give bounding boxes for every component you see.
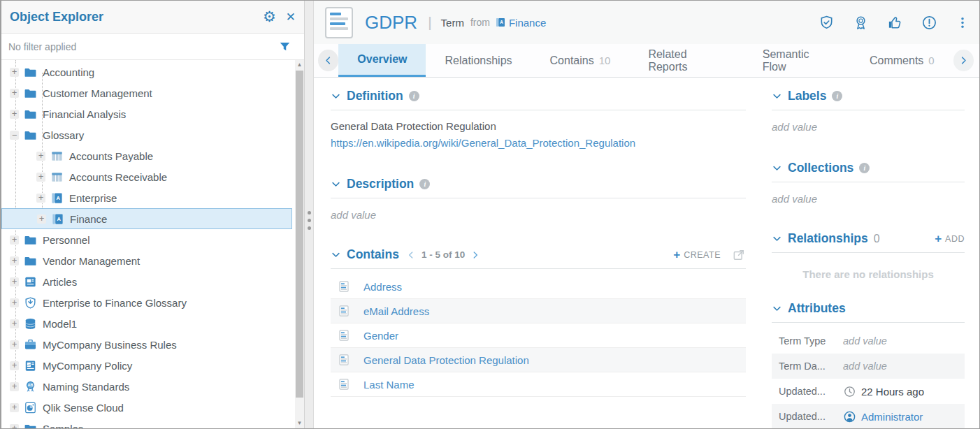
definition-text[interactable]: General Data Protection Regulation bbox=[331, 120, 746, 132]
definition-link[interactable]: https://en.wikipedia.org/wiki/General_Da… bbox=[331, 137, 746, 149]
expander-icon[interactable]: + bbox=[10, 424, 19, 429]
page-previous-icon[interactable] bbox=[406, 250, 416, 260]
tree-item-customer-management[interactable]: +Customer Management bbox=[1, 82, 295, 103]
attribute-row-term-data[interactable]: Term Da... add value bbox=[772, 354, 965, 379]
tree-item-model1[interactable]: +Model1 bbox=[1, 313, 295, 334]
chevron-down-icon[interactable] bbox=[331, 179, 341, 189]
chevron-down-icon[interactable] bbox=[772, 163, 782, 173]
scroll-up-icon[interactable]: ▲ bbox=[295, 60, 304, 70]
tree-item-finance-selected[interactable]: +Finance bbox=[1, 208, 292, 229]
close-icon[interactable]: ✕ bbox=[286, 10, 296, 24]
main-column: Definition i General Data Protection Reg… bbox=[331, 78, 746, 428]
tab-relationships[interactable]: Relationships bbox=[426, 44, 531, 77]
tab-semantic-flow[interactable]: Semantic Flow bbox=[744, 44, 851, 77]
expander-icon[interactable]: + bbox=[10, 110, 19, 119]
info-icon[interactable]: i bbox=[419, 179, 430, 189]
tree-item-accounts-receivable[interactable]: +Accounts Receivable bbox=[1, 166, 295, 187]
tab-bar: Overview Relationships Contains10 Relate… bbox=[314, 44, 979, 78]
expander-icon[interactable]: + bbox=[10, 68, 19, 77]
expander-icon[interactable]: + bbox=[10, 235, 19, 245]
contains-item-gender[interactable]: Gender bbox=[331, 323, 746, 348]
attribute-placeholder[interactable]: add value bbox=[843, 361, 887, 372]
page-range-text: 1 - 5 of 10 bbox=[421, 249, 465, 260]
clock-icon bbox=[843, 385, 856, 398]
attribute-value[interactable]: Administrator bbox=[861, 411, 923, 423]
tabs-scroll-left-button[interactable] bbox=[318, 50, 338, 71]
filter-funnel-icon[interactable] bbox=[278, 40, 291, 54]
chevron-down-icon[interactable] bbox=[772, 303, 782, 314]
scrollbar-thumb[interactable] bbox=[296, 71, 303, 398]
expander-icon[interactable]: + bbox=[36, 152, 45, 161]
tab-contains[interactable]: Contains10 bbox=[531, 44, 630, 77]
origin-link[interactable]: Finance bbox=[509, 17, 546, 29]
info-icon[interactable]: i bbox=[859, 163, 870, 173]
chevron-down-icon[interactable] bbox=[331, 249, 341, 260]
certification-rosette-icon[interactable] bbox=[853, 15, 869, 31]
labels-placeholder[interactable]: add value bbox=[772, 121, 965, 133]
attribute-row-term-type[interactable]: Term Type add value bbox=[772, 328, 965, 354]
expander-icon[interactable]: + bbox=[10, 340, 19, 349]
panel-splitter[interactable] bbox=[304, 1, 314, 428]
tree-item-vendor-management[interactable]: +Vendor Management bbox=[1, 250, 295, 271]
expander-icon[interactable]: + bbox=[10, 277, 19, 286]
tab-related-reports[interactable]: Related Reports bbox=[629, 44, 743, 77]
tree-item-articles[interactable]: +Articles bbox=[1, 271, 295, 292]
open-in-window-icon[interactable] bbox=[732, 248, 746, 262]
filter-bar: No filter applied bbox=[1, 34, 304, 60]
tree-item-enterprise-to-finance-glossary[interactable]: +Enterprise to Finance Glossary bbox=[1, 292, 295, 313]
tree-item-samples[interactable]: +Samples bbox=[1, 418, 295, 428]
add-relationship-button[interactable]: + ADD bbox=[935, 232, 965, 246]
description-placeholder[interactable]: add value bbox=[331, 209, 746, 221]
tree-item-enterprise[interactable]: +Enterprise bbox=[1, 187, 295, 208]
expander-icon[interactable]: + bbox=[10, 319, 19, 328]
tree-item-financial-analysis[interactable]: +Financial Analysis bbox=[1, 103, 295, 124]
expander-icon[interactable]: + bbox=[10, 382, 19, 391]
object-tree: +Accounting +Customer Management +Financ… bbox=[1, 60, 304, 428]
page-next-icon[interactable] bbox=[470, 250, 480, 260]
contains-item-gdpr[interactable]: General Data Protection Regulation bbox=[331, 348, 746, 372]
info-icon[interactable]: i bbox=[832, 91, 842, 101]
contains-item-address[interactable]: Address bbox=[331, 275, 746, 299]
tab-overview[interactable]: Overview bbox=[338, 44, 426, 77]
tree-item-mycompany-business-rules[interactable]: +MyCompany Business Rules bbox=[1, 334, 295, 355]
collections-placeholder[interactable]: add value bbox=[772, 193, 965, 205]
expander-icon[interactable]: + bbox=[10, 256, 19, 266]
attribute-label: Updated... bbox=[779, 411, 843, 422]
contains-item-last-name[interactable]: Last Name bbox=[331, 372, 746, 397]
chevron-down-icon[interactable] bbox=[772, 233, 782, 244]
tab-comments[interactable]: Comments0 bbox=[851, 44, 953, 77]
create-button[interactable]: + CREATE bbox=[673, 248, 721, 262]
tree-item-personnel[interactable]: +Personnel bbox=[1, 229, 295, 250]
chevron-down-icon[interactable] bbox=[331, 91, 341, 101]
thumbs-up-icon[interactable] bbox=[887, 15, 903, 31]
attribute-placeholder[interactable]: add value bbox=[843, 335, 887, 347]
tabs-scroll-right-button[interactable] bbox=[953, 50, 974, 71]
kebab-menu-icon[interactable] bbox=[956, 15, 970, 31]
expander-icon[interactable]: + bbox=[36, 173, 45, 182]
tree-item-qlik-sense-cloud[interactable]: +Qlik Sense Cloud bbox=[1, 397, 295, 418]
tree-item-glossary[interactable]: −Glossary bbox=[1, 124, 295, 145]
scroll-down-icon[interactable]: ▼ bbox=[295, 419, 304, 428]
info-icon[interactable]: i bbox=[409, 91, 419, 101]
expander-icon[interactable]: + bbox=[10, 361, 19, 370]
contains-item-email-address[interactable]: eMail Address bbox=[331, 299, 746, 323]
tree-item-accounting[interactable]: +Accounting bbox=[1, 61, 295, 82]
splitter-handle-icon[interactable] bbox=[308, 207, 311, 234]
expander-icon[interactable]: + bbox=[10, 403, 19, 412]
expander-icon[interactable]: + bbox=[36, 194, 45, 203]
shield-check-icon[interactable] bbox=[819, 15, 835, 31]
tree-item-mycompany-policy[interactable]: +MyCompany Policy bbox=[1, 355, 295, 376]
tree-scrollbar[interactable]: ▲ ▼ bbox=[295, 60, 304, 428]
settings-gear-icon[interactable]: ⚙ bbox=[263, 8, 276, 25]
attribute-label: Updated... bbox=[779, 386, 843, 397]
chevron-right-icon bbox=[958, 55, 969, 66]
tree-item-naming-standards[interactable]: +Naming Standards bbox=[1, 376, 295, 397]
expander-icon[interactable]: + bbox=[37, 214, 46, 224]
alert-circle-icon[interactable] bbox=[921, 15, 937, 31]
expander-icon[interactable]: + bbox=[10, 89, 19, 98]
tree-item-accounts-payable[interactable]: +Accounts Payable bbox=[1, 145, 295, 166]
chevron-down-icon[interactable] bbox=[772, 91, 782, 101]
collapse-icon[interactable]: − bbox=[10, 131, 19, 140]
expander-icon[interactable]: + bbox=[10, 298, 19, 307]
tree-item-label: Financial Analysis bbox=[43, 108, 126, 120]
